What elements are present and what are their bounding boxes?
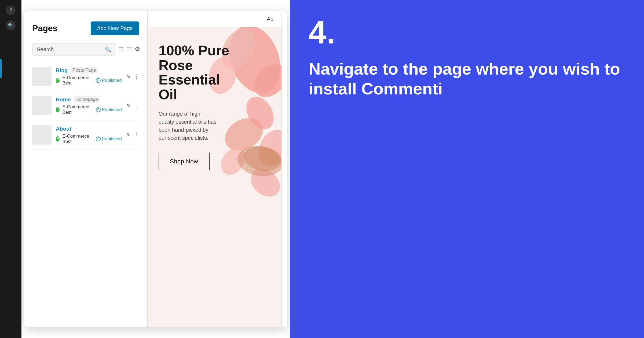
search-bar: 🔍 [32,43,116,56]
pages-header: Pages Add New Page [32,21,139,35]
page-tag-about [74,128,78,129]
edit-icon-about[interactable]: ✎ [126,132,131,138]
page-meta-blog: E-Commerce Best · Published [56,75,122,86]
published-badge-home: Published [96,107,122,112]
pages-title: Pages [32,23,57,33]
page-item-home: Home Homepage E-Commerce Best · Publishe… [32,91,139,120]
search-input[interactable] [37,46,105,53]
instruction-panel: 4. Navigate to the page where you wish t… [290,0,644,338]
search-sidebar-icon[interactable]: 🔍 [6,20,16,30]
page-actions-blog: ✎ ⋮ [126,73,139,80]
page-item-about: About E-Commerce Best · Published ✎ ⋮ [32,120,139,150]
settings-icon[interactable]: ⚙ [135,46,140,53]
more-icon-home[interactable]: ⋮ [134,102,139,109]
shop-now-button[interactable]: Shop Now [159,153,210,170]
step-number: 4. [309,16,625,48]
page-name-home[interactable]: Home [56,97,71,103]
list-view-icon[interactable]: ☷ [127,46,132,53]
edit-icon-home[interactable]: ✎ [126,102,131,109]
step-description: Navigate to the page where you wish to i… [309,59,625,99]
search-icon: 🔍 [105,46,111,53]
ecomm-icon-home [56,107,60,112]
more-icon-blog[interactable]: ⋮ [134,73,139,80]
browser-window: Pages Add New Page 🔍 ☰ ☷ ⚙ Blog Posts Pa… [24,11,287,327]
page-meta-home: E-Commerce Best · Published [56,104,122,115]
page-name-row-about: About [56,126,122,132]
check-icon-about [96,137,101,141]
preview-hero: 100% Pure Rose Essential Oil Our range o… [148,27,281,327]
edit-icon-blog[interactable]: ✎ [126,73,131,80]
page-thumbnail-home [32,96,52,115]
ecomm-icon-about [56,136,60,142]
preview-nav-text: Ab [267,16,273,22]
page-actions-about: ✎ ⋮ [126,132,139,138]
page-info-blog: Blog Posts Page E-Commerce Best · Publis… [56,67,122,86]
theme-name-blog: E-Commerce Best [62,75,89,86]
page-thumbnail-about [32,125,52,145]
theme-name-home: E-Commerce Best [62,104,89,115]
page-name-row-home: Home Homepage [56,96,122,103]
page-item-blog: Blog Posts Page E-Commerce Best · Publis… [32,62,139,91]
check-icon-blog [96,78,101,83]
page-info-home: Home Homepage E-Commerce Best · Publishe… [56,96,122,115]
hero-text-section: 100% Pure Rose Essential Oil Our range o… [159,43,234,170]
page-thumbnail-blog [32,67,52,86]
page-tag-blog: Posts Page [70,67,98,74]
pages-panel: Pages Add New Page 🔍 ☰ ☷ ⚙ Blog Posts Pa… [24,11,148,327]
page-tag-home: Homepage [74,96,100,103]
hero-headline: 100% Pure Rose Essential Oil [159,43,234,102]
search-row: 🔍 ☰ ☷ ⚙ [32,43,139,56]
page-actions-home: ✎ ⋮ [126,102,139,109]
published-badge-about: Published [96,136,122,142]
more-icon-about[interactable]: ⋮ [134,132,139,138]
sidebar-accent [0,59,2,78]
preview-panel: Ab 100% Pure Rose Essential Oil Our rang… [148,11,282,327]
published-badge-blog: Published [96,78,122,83]
theme-name-about: E-Commerce Best [62,134,89,144]
page-meta-about: E-Commerce Best · Published [56,134,122,144]
check-icon-home [96,107,101,112]
page-name-row-blog: Blog Posts Page [56,67,122,74]
add-new-page-button[interactable]: Add New Page [91,21,139,35]
ecomm-icon-blog [56,78,60,83]
page-name-about[interactable]: About [56,126,71,132]
page-info-about: About E-Commerce Best · Published [56,126,122,144]
hero-subtext: Our range of high-quality essential oils… [159,110,218,142]
page-name-blog[interactable]: Blog [56,67,68,74]
help-icon[interactable]: ? [6,5,16,15]
filter-icon[interactable]: ☰ [119,46,124,53]
preview-nav: Ab [148,11,281,27]
dark-sidebar: ? 🔍 [0,0,21,338]
